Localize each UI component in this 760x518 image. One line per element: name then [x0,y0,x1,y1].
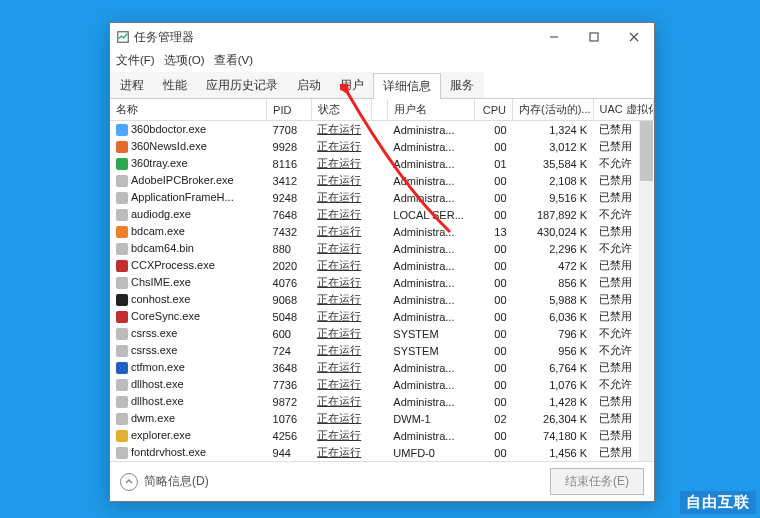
cell-user: Administra... [387,427,474,444]
tab-0[interactable]: 进程 [110,72,154,98]
tab-6[interactable]: 服务 [440,72,484,98]
footer: 简略信息(D) 结束任务(E) [110,461,654,501]
table-row[interactable]: explorer.exe4256正在运行Administra...0074,18… [110,427,654,444]
table-row[interactable]: bdcam64.bin880正在运行Administra...002,296 K… [110,240,654,257]
cell-cpu: 00 [475,291,513,308]
cell-cpu: 00 [475,359,513,376]
table-row[interactable]: conhost.exe9068正在运行Administra...005,988 … [110,291,654,308]
tab-4[interactable]: 用户 [330,72,374,98]
col-uac[interactable]: UAC 虚拟化 [593,99,653,121]
maximize-button[interactable] [574,23,614,51]
fewer-details-link[interactable]: 简略信息(D) [120,473,209,491]
table-row[interactable]: AdobeIPCBroker.exe3412正在运行Administra...0… [110,172,654,189]
cell-mem: 74,180 K [513,427,594,444]
cell-user: Administra... [387,291,474,308]
cell-user: Administra... [387,121,474,139]
table-row[interactable]: csrss.exe724正在运行SYSTEM00956 K不允许 [110,342,654,359]
process-icon [116,209,128,221]
cell-mem: 956 K [513,342,594,359]
cell-cpu: 00 [475,121,513,139]
scrollbar[interactable] [639,121,653,485]
table-row[interactable]: 360bdoctor.exe7708正在运行Administra...001,3… [110,121,654,139]
table-row[interactable]: CCXProcess.exe2020正在运行Administra...00472… [110,257,654,274]
cell-cpu: 00 [475,189,513,206]
process-icon [116,141,128,153]
menu-file[interactable]: 文件(F) [116,54,155,66]
process-icon [116,175,128,187]
col-spacer [372,99,388,121]
cell-status: 正在运行 [311,325,371,342]
table-row[interactable]: ctfmon.exe3648正在运行Administra...006,764 K… [110,359,654,376]
cell-cpu: 00 [475,257,513,274]
cell-user: Administra... [387,172,474,189]
process-icon [116,362,128,374]
cell-pid: 600 [267,325,312,342]
col-pid[interactable]: PID [267,99,312,121]
col-mem[interactable]: 内存(活动的)... [513,99,594,121]
tab-3[interactable]: 启动 [287,72,331,98]
cell-user: Administra... [387,359,474,376]
col-user[interactable]: 用户名 [387,99,474,121]
tab-5[interactable]: 详细信息 [373,73,441,99]
menu-view[interactable]: 查看(V) [214,54,253,66]
cell-pid: 9068 [267,291,312,308]
cell-status: 正在运行 [311,257,371,274]
cell-cpu: 01 [475,155,513,172]
table-row[interactable]: 360tray.exe8116正在运行Administra...0135,584… [110,155,654,172]
table-row[interactable]: bdcam.exe7432正在运行Administra...13430,024 … [110,223,654,240]
menubar: 文件(F) 选项(O) 查看(V) [110,51,654,70]
cell-pid: 9872 [267,393,312,410]
cell-status: 正在运行 [311,206,371,223]
table-row[interactable]: ChsIME.exe4076正在运行Administra...00856 K已禁… [110,274,654,291]
cell-status: 正在运行 [311,291,371,308]
table-row[interactable]: dllhost.exe7736正在运行Administra...001,076 … [110,376,654,393]
scrollbar-thumb[interactable] [640,121,653,181]
cell-pid: 944 [267,444,312,461]
process-icon [116,192,128,204]
table-row[interactable]: ApplicationFrameH...9248正在运行Administra..… [110,189,654,206]
cell-status: 正在运行 [311,138,371,155]
table-row[interactable]: dllhost.exe9872正在运行Administra...001,428 … [110,393,654,410]
cell-mem: 26,304 K [513,410,594,427]
cell-pid: 7736 [267,376,312,393]
cell-mem: 430,024 K [513,223,594,240]
menu-options[interactable]: 选项(O) [164,54,205,66]
process-name: dllhost.exe [131,395,184,407]
table-row[interactable]: 360NewsId.exe9928正在运行Administra...003,01… [110,138,654,155]
process-name: dwm.exe [131,412,175,424]
col-cpu[interactable]: CPU [475,99,513,121]
tab-2[interactable]: 应用历史记录 [196,72,288,98]
table-row[interactable]: csrss.exe600正在运行SYSTEM00796 K不允许 [110,325,654,342]
cell-user: Administra... [387,274,474,291]
col-status[interactable]: 状态 [311,99,371,121]
cell-status: 正在运行 [311,155,371,172]
cell-pid: 9928 [267,138,312,155]
process-name: csrss.exe [131,327,177,339]
cell-user: UMFD-0 [387,444,474,461]
cell-user: Administra... [387,393,474,410]
close-button[interactable] [614,23,654,51]
cell-mem: 2,296 K [513,240,594,257]
table-row[interactable]: CoreSync.exe5048正在运行Administra...006,036… [110,308,654,325]
cell-mem: 35,584 K [513,155,594,172]
cell-mem: 6,764 K [513,359,594,376]
tab-1[interactable]: 性能 [153,72,197,98]
table-row[interactable]: dwm.exe1076正在运行DWM-10226,304 K已禁用 [110,410,654,427]
cell-status: 正在运行 [311,274,371,291]
cell-mem: 187,892 K [513,206,594,223]
cell-cpu: 00 [475,308,513,325]
end-task-button[interactable]: 结束任务(E) [550,468,644,495]
table-row[interactable]: fontdrvhost.exe944正在运行UMFD-0001,456 K已禁用 [110,444,654,461]
cell-status: 正在运行 [311,376,371,393]
cell-user: SYSTEM [387,342,474,359]
process-icon [116,260,128,272]
cell-status: 正在运行 [311,393,371,410]
cell-pid: 7648 [267,206,312,223]
col-name[interactable]: 名称 [110,99,267,121]
caret-up-icon [120,473,138,491]
table-row[interactable]: audiodg.exe7648正在运行LOCAL SER...00187,892… [110,206,654,223]
minimize-button[interactable] [534,23,574,51]
process-name: ctfmon.exe [131,361,185,373]
cell-cpu: 00 [475,240,513,257]
cell-status: 正在运行 [311,223,371,240]
